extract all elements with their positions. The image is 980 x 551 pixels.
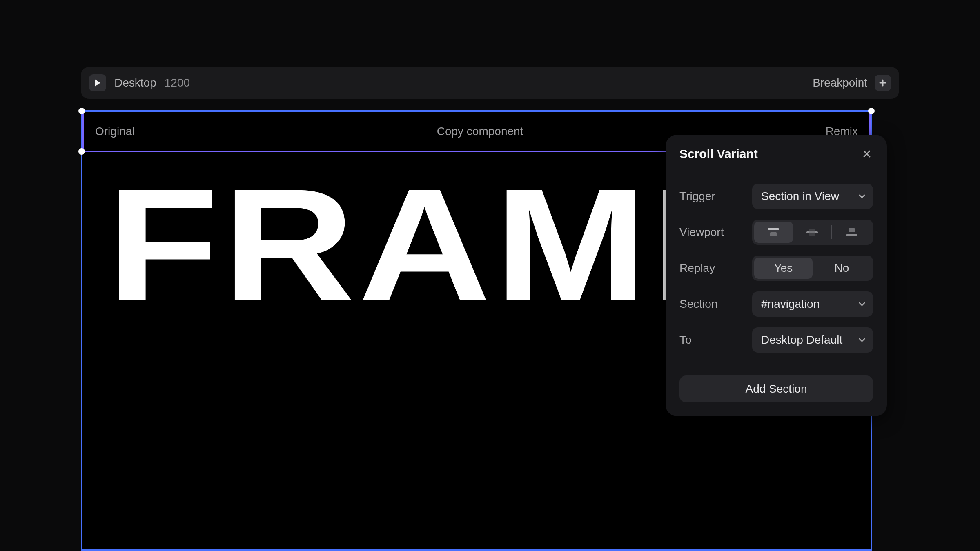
toolbar-left: Desktop 1200 — [89, 74, 190, 91]
popover-footer: Add Section — [666, 363, 887, 416]
section-label: Section — [679, 298, 717, 311]
to-label: To — [679, 333, 692, 347]
viewport-segmented — [752, 220, 873, 245]
canvas-toolbar: Desktop 1200 Breakpoint — [81, 67, 899, 99]
row-section: Section #navigation — [679, 286, 873, 322]
align-bottom-icon — [845, 227, 859, 238]
viewport-bottom-option[interactable] — [832, 222, 871, 243]
add-section-button[interactable]: Add Section — [679, 375, 873, 402]
add-breakpoint-button[interactable] — [875, 75, 891, 91]
scroll-variant-popover: Scroll Variant Trigger Section in View V… — [666, 135, 887, 416]
device-width[interactable]: 1200 — [165, 76, 190, 89]
plus-icon — [879, 79, 887, 87]
align-center-icon — [805, 227, 819, 238]
viewport-center-option[interactable] — [793, 222, 832, 243]
popover-body: Trigger Section in View Viewport — [666, 171, 887, 363]
svg-rect-0 — [768, 228, 779, 230]
replay-yes-option[interactable]: Yes — [754, 258, 813, 279]
section-value: #navigation — [761, 298, 820, 311]
selection-original[interactable]: Original — [95, 125, 134, 138]
align-top-icon — [766, 227, 780, 238]
close-button[interactable] — [861, 148, 873, 160]
viewport-top-option[interactable] — [754, 222, 793, 243]
popover-title: Scroll Variant — [679, 147, 758, 161]
replay-no-option[interactable]: No — [813, 258, 871, 279]
resize-handle-tl[interactable] — [78, 108, 85, 114]
toolbar-right: Breakpoint — [813, 75, 891, 91]
trigger-select[interactable]: Section in View — [752, 184, 873, 209]
play-icon — [94, 79, 101, 87]
replay-segmented: Yes No — [752, 256, 873, 281]
section-select[interactable]: #navigation — [752, 291, 873, 317]
trigger-value: Section in View — [761, 190, 839, 203]
svg-rect-4 — [849, 228, 855, 232]
row-trigger: Trigger Section in View — [679, 178, 873, 214]
resize-handle-bl[interactable] — [78, 148, 85, 155]
row-to: To Desktop Default — [679, 322, 873, 358]
chevron-down-icon — [858, 338, 866, 342]
svg-rect-5 — [846, 234, 858, 236]
to-select[interactable]: Desktop Default — [752, 327, 873, 353]
svg-rect-3 — [809, 229, 815, 236]
chevron-down-icon — [858, 194, 866, 199]
row-viewport: Viewport — [679, 214, 873, 250]
popover-header: Scroll Variant — [666, 135, 887, 171]
selection-copy-component[interactable]: Copy component — [437, 125, 523, 138]
play-button[interactable] — [89, 74, 106, 91]
row-replay: Replay Yes No — [679, 250, 873, 286]
resize-handle-tr[interactable] — [868, 108, 875, 114]
close-icon — [862, 149, 871, 158]
replay-label: Replay — [679, 262, 715, 275]
svg-rect-1 — [770, 232, 777, 236]
device-label[interactable]: Desktop — [114, 76, 156, 89]
to-value: Desktop Default — [761, 333, 842, 347]
viewport-label: Viewport — [679, 226, 724, 239]
chevron-down-icon — [858, 302, 866, 307]
trigger-label: Trigger — [679, 190, 715, 203]
breakpoint-label: Breakpoint — [813, 76, 867, 89]
